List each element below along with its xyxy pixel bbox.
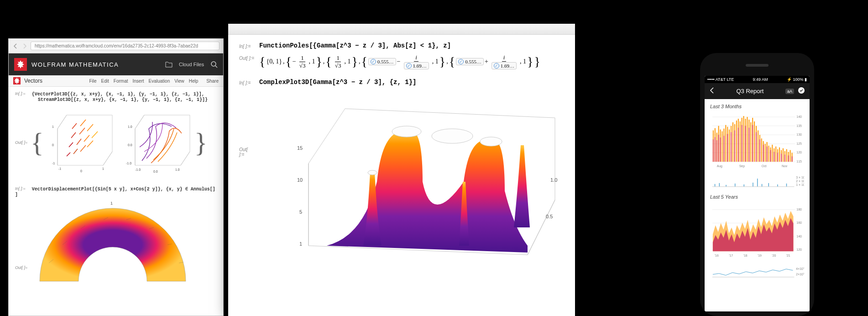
section-last-5-years: Last 5 Years bbox=[710, 194, 804, 200]
check-icon[interactable] bbox=[798, 87, 805, 95]
svg-rect-110 bbox=[770, 150, 771, 162]
complex-plot-3d-output[interactable]: 1 5 10 15 0.5 1.0 bbox=[272, 90, 564, 264]
pair-sep: , 1 bbox=[520, 58, 526, 65]
out-label-2: Out[ ]:= bbox=[239, 145, 252, 157]
menu-bar: File Edit Format Insert Evaluation View … bbox=[89, 79, 198, 84]
svg-line-8 bbox=[84, 135, 89, 142]
svg-rect-93 bbox=[715, 137, 716, 162]
stream-plot-3d-output[interactable]: -1.00.01.0 -1.00.01.0 bbox=[121, 106, 194, 179]
svg-rect-106 bbox=[756, 132, 757, 162]
share-link[interactable]: Share bbox=[206, 79, 219, 84]
svg-text:-1: -1 bbox=[58, 167, 61, 170]
svg-rect-129 bbox=[726, 185, 726, 187]
svg-text:1.0: 1.0 bbox=[175, 168, 180, 171]
code-complex-plot[interactable]: ComplexPlot3D[Gamma[z^3 − z / 3], {z, 1}… bbox=[259, 79, 416, 86]
svg-text:'21: '21 bbox=[786, 254, 790, 257]
desktop-titlebar[interactable] bbox=[228, 24, 575, 35]
svg-rect-80 bbox=[772, 145, 773, 162]
approx-value-4[interactable]: ✓1.69… bbox=[492, 62, 517, 69]
section-last-3-months: Last 3 Months bbox=[710, 104, 804, 109]
approx-value-2[interactable]: ✓1.69… bbox=[404, 62, 429, 69]
browser-toolbar: https://mathematica.wolframcloud.com/env… bbox=[9, 39, 223, 53]
back-icon[interactable] bbox=[12, 43, 19, 49]
svg-text:120: 120 bbox=[796, 248, 802, 251]
svg-text:0.0: 0.0 bbox=[128, 143, 132, 147]
svg-text:125: 125 bbox=[796, 142, 802, 145]
svg-text:3 × 10⁷: 3 × 10⁷ bbox=[796, 176, 804, 179]
frac-num: 1 bbox=[299, 54, 305, 62]
in-label-2: In[ ]:= bbox=[15, 186, 31, 191]
wolfram-logo-icon bbox=[14, 58, 27, 71]
svg-rect-52 bbox=[722, 131, 723, 162]
forward-icon[interactable] bbox=[21, 43, 28, 49]
svg-line-9 bbox=[92, 132, 98, 138]
out-label-2: Out[ ]= bbox=[15, 265, 31, 270]
search-icon[interactable] bbox=[210, 61, 218, 68]
in-label: In[ ]:= bbox=[15, 91, 31, 96]
phone-content[interactable]: Last 3 Months 140135130125120115 bbox=[705, 99, 810, 311]
menu-evaluation[interactable]: Evaluation bbox=[149, 79, 170, 84]
folder-icon[interactable] bbox=[165, 61, 173, 68]
svg-rect-134 bbox=[762, 184, 762, 187]
menu-view[interactable]: View bbox=[174, 79, 184, 84]
svg-point-0 bbox=[211, 62, 216, 66]
svg-rect-95 bbox=[718, 135, 719, 162]
code-input-1-line-1[interactable]: {VectorPlot3D[{z, x, x+y}, {x, −1, 1}, {… bbox=[32, 92, 204, 97]
annulus-plot-output[interactable]: 1 bbox=[31, 199, 195, 290]
svg-line-2 bbox=[67, 153, 70, 156]
svg-line-4 bbox=[80, 145, 86, 152]
svg-rect-136 bbox=[777, 184, 778, 187]
approx-value-1[interactable]: ✓0.555… bbox=[368, 58, 396, 65]
document-header: Vectors File Edit Format Insert Evaluati… bbox=[9, 75, 223, 87]
svg-rect-60 bbox=[736, 121, 737, 162]
svg-text:2 × 10⁷: 2 × 10⁷ bbox=[796, 179, 804, 183]
svg-text:'17: '17 bbox=[729, 254, 733, 257]
svg-text:-1.0: -1.0 bbox=[135, 168, 141, 171]
svg-rect-78 bbox=[769, 146, 769, 162]
pair-0: {0, 1} bbox=[266, 58, 282, 65]
menu-edit[interactable]: Edit bbox=[101, 79, 109, 84]
code-function-poles[interactable]: FunctionPoles[{Gamma[z^3 − z / 3], Abs[z… bbox=[259, 42, 451, 49]
menu-help[interactable]: Help bbox=[189, 79, 199, 84]
function-poles-output: { {0, 1}, {− 1√3 , 1}, { 1√3 , 1}, { ✓0.… bbox=[259, 54, 540, 69]
menu-file[interactable]: File bbox=[89, 79, 96, 84]
code-input-1-line-2[interactable]: StreamPlot3D[{z, x, x+y}, {x, −1, 1}, {y… bbox=[38, 97, 208, 102]
svg-rect-62 bbox=[740, 121, 741, 162]
url-bar[interactable]: https://mathematica.wolframcloud.com/env… bbox=[31, 42, 220, 50]
menu-format[interactable]: Format bbox=[114, 79, 128, 84]
chart-last-3-months[interactable]: 140135130125120115 AugSepOctNov bbox=[710, 112, 804, 171]
notebook-body: In[ ]:= {VectorPlot3D[{z, x, x+y}, {x, −… bbox=[9, 87, 223, 295]
phone-header: Q3 Report aA bbox=[705, 83, 810, 99]
out-label: Out[ ]= bbox=[15, 140, 31, 145]
svg-rect-54 bbox=[725, 125, 726, 162]
mini-chart-1[interactable]: 3 × 10⁷2 × 10⁷1 × 10⁷ bbox=[710, 174, 804, 188]
back-icon[interactable] bbox=[709, 87, 715, 95]
frac-den: √3 bbox=[334, 62, 343, 69]
phone-speaker-icon bbox=[746, 64, 769, 67]
svg-rect-88 bbox=[786, 149, 787, 162]
svg-rect-112 bbox=[777, 153, 778, 162]
imaginary-i: i bbox=[415, 54, 417, 61]
in-label: In[ ]:= bbox=[239, 42, 259, 49]
vector-plot-3d-output[interactable]: -101 -101 bbox=[44, 106, 117, 179]
in-label-2: In[ ]:= bbox=[239, 79, 259, 85]
menu-insert[interactable]: Insert bbox=[133, 79, 144, 84]
svg-text:2×10⁷: 2×10⁷ bbox=[796, 273, 804, 276]
svg-rect-66 bbox=[747, 117, 748, 162]
svg-rect-114 bbox=[784, 154, 785, 162]
svg-rect-84 bbox=[779, 147, 780, 162]
cloud-files-link[interactable]: Cloud Files bbox=[179, 62, 204, 67]
z-tick: 15 bbox=[297, 145, 303, 151]
svg-text:-1: -1 bbox=[52, 162, 55, 165]
text-size-button[interactable]: aA bbox=[785, 89, 794, 94]
app-title: WOLFRAM MATHEMATICA bbox=[31, 61, 161, 68]
mini-chart-2[interactable]: 4×10⁷2×10⁷ bbox=[710, 264, 804, 278]
svg-rect-107 bbox=[759, 139, 760, 162]
svg-text:1 × 10⁷: 1 × 10⁷ bbox=[796, 183, 804, 186]
svg-rect-128 bbox=[719, 183, 720, 187]
desktop-notebook-window: In[ ]:= FunctionPoles[{Gamma[z^3 − z / 3… bbox=[228, 24, 575, 316]
app-header: WOLFRAM MATHEMATICA Cloud Files bbox=[9, 53, 223, 75]
code-input-2[interactable]: VectorDisplacementPlot[{Sin[5 x y], x+Co… bbox=[15, 187, 215, 197]
approx-value-3[interactable]: ✓0.555… bbox=[456, 58, 484, 65]
chart-last-5-years[interactable]: 180160140120 '16'17'18'19'20'21 bbox=[710, 202, 804, 262]
